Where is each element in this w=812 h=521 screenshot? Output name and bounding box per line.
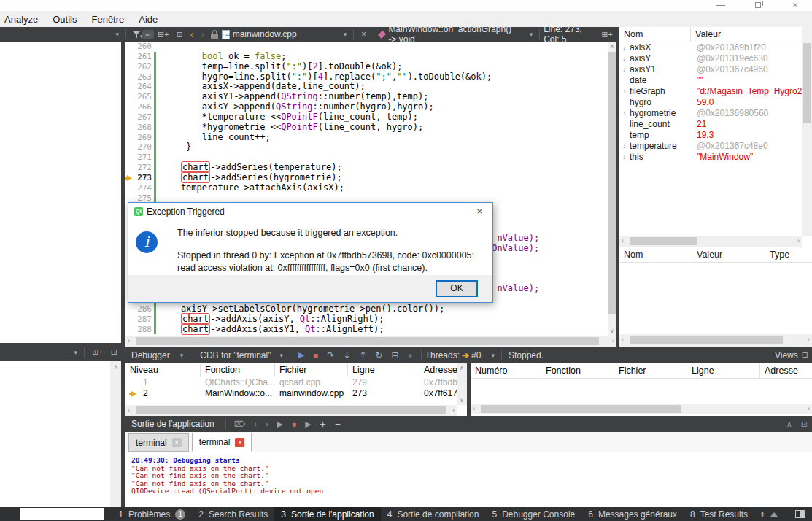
watch-horizontal-scrollbar[interactable]: ‹ › [619, 334, 812, 347]
attach-run-icon[interactable]: ▶ [301, 420, 315, 429]
minimize-icon[interactable]: — [710, 1, 732, 10]
back-icon[interactable]: ‹ [187, 28, 198, 40]
scrollbar-thumb[interactable] [136, 337, 599, 345]
stack-frame-1[interactable]: 1QtCharts::QCha...qchart.cpp2790x7ffbdb5 [125, 377, 467, 388]
stop-debugger-icon[interactable]: ■ [309, 351, 322, 360]
raise-panel-icon[interactable] [770, 512, 778, 517]
document-dropdown-icon[interactable]: ▾ [112, 31, 122, 38]
close-icon[interactable]: × [784, 1, 806, 10]
scrollbar-thumb[interactable] [481, 405, 681, 413]
locals-row-axisX[interactable]: ›axisX@0x201369b1f20 [619, 42, 812, 53]
tab-close-icon[interactable]: × [235, 438, 244, 447]
continue-icon[interactable]: ▶ [294, 350, 309, 360]
code-line-266[interactable]: 266 axisY->append(QString::number(hygro)… [125, 102, 616, 112]
next-item-icon[interactable]: › [261, 420, 273, 428]
column-header-type[interactable]: Type [765, 247, 812, 262]
close-document-icon[interactable]: × [357, 29, 370, 39]
scroll-up-icon[interactable]: ∧ [110, 361, 121, 371]
line-number[interactable]: 288 [125, 325, 152, 335]
editor-vertical-scrollbar[interactable]: ∧ ∨ [608, 42, 616, 336]
application-output-console[interactable]: 20:49:30: Debugging starts"Can not find … [125, 452, 812, 507]
line-number[interactable]: 287 [125, 314, 152, 325]
restart-icon[interactable]: ↻ [371, 350, 387, 360]
column-header-ligne[interactable]: Ligne [348, 363, 419, 377]
filter-icon[interactable]: ▾ [133, 31, 139, 39]
code-line-262[interactable]: 262 temp=line.split(":")[2].toDouble(&ok… [125, 62, 616, 72]
tab-close-icon[interactable]: × [172, 438, 182, 447]
column-header-valeur[interactable]: Valeur [691, 27, 812, 42]
stack-horizontal-scrollbar[interactable]: ‹ › [125, 405, 457, 416]
scroll-right-icon[interactable]: › [808, 336, 810, 343]
output-tab-terminal-1[interactable]: terminal× [192, 433, 252, 452]
expand-icon[interactable]: › [619, 152, 630, 163]
breakpoints-horizontal-scrollbar[interactable]: ‹ › [471, 404, 812, 414]
line-number[interactable]: 274 [125, 183, 152, 193]
statusbar-tab-5[interactable]: 5Debugger Console [485, 507, 581, 521]
locals-horizontal-scrollbar[interactable]: ‹ › [619, 236, 802, 247]
code-line-263[interactable]: 263 hygro=line.split(":")[4].replace(";"… [125, 72, 616, 82]
line-number[interactable]: 261 [125, 52, 152, 62]
column-header-numéro[interactable]: Numéro [471, 363, 541, 378]
document-dropdown-icon[interactable]: ▾ [71, 349, 81, 356]
line-number[interactable]: 269 [125, 133, 152, 143]
locals-row-hygro[interactable]: hygro59.0 [619, 97, 812, 108]
statusbar-tab-4[interactable]: 4Sortie de compilation [381, 507, 486, 521]
column-header-adresse[interactable]: Adresse [760, 363, 812, 378]
code-line-273[interactable]: 273 chart->addSeries(hygrometrie); [125, 173, 616, 183]
column-header-nom[interactable]: Nom [619, 247, 692, 262]
line-number[interactable]: 271 [125, 153, 152, 163]
scroll-right-icon[interactable]: › [612, 337, 614, 344]
menu-aide[interactable]: Aide [131, 14, 165, 25]
forward-icon[interactable]: › [198, 28, 209, 40]
statusbar-tab-3[interactable]: 3Sortie de l'application [274, 507, 380, 521]
scrollbar[interactable]: ∧ [110, 361, 121, 507]
statusbar-tab-6[interactable]: 6Messages généraux [581, 507, 684, 521]
code-line-270[interactable]: 270 } [125, 142, 616, 153]
engine-selector[interactable]: CDB for "terminal" [194, 350, 277, 360]
locals-row-temperature[interactable]: ›temperature@0x201367c48e0 [619, 141, 812, 152]
column-header-ligne[interactable]: Ligne [687, 363, 760, 378]
line-number[interactable]: 272 [125, 163, 152, 173]
split-icon[interactable]: ⊞+ [88, 347, 107, 357]
locals-row-fileGraph[interactable]: ›fileGraph"d:/Magasin_Temp_Hygro2.txt" [619, 86, 812, 97]
line-number[interactable]: 267 [125, 112, 152, 123]
close-panel-icon[interactable]: ⊡ [797, 420, 812, 429]
expand-icon[interactable]: › [619, 42, 630, 53]
scroll-left-icon[interactable]: ‹ [622, 336, 624, 343]
column-header-fichier[interactable]: Fichier [275, 363, 348, 377]
scroll-right-icon[interactable]: › [797, 237, 800, 244]
locals-row-this[interactable]: ›this"MainWindow" [619, 152, 812, 163]
code-line-267[interactable]: 267 *temperature <<QPointF(line_count, t… [125, 112, 616, 123]
code-line-274[interactable]: 274 temperature->attachAxis(axisX); [125, 183, 616, 193]
scroll-up-icon[interactable]: ∧ [457, 363, 467, 371]
scroll-left-icon[interactable]: ‹ [473, 405, 475, 412]
statusbar-tab-8[interactable]: 8Test Results [684, 507, 754, 521]
scroll-left-icon[interactable]: ‹ [622, 237, 624, 244]
line-number[interactable]: 270 [125, 142, 152, 153]
expand-icon[interactable]: › [619, 53, 630, 64]
line-number[interactable]: 260 [125, 42, 152, 52]
zoom-in-icon[interactable]: + [316, 418, 330, 430]
step-out-icon[interactable]: ↥ [355, 350, 371, 360]
output-tab-terminal-0[interactable]: terminal× [128, 433, 189, 452]
scroll-down-icon[interactable]: ∨ [457, 397, 467, 404]
expand-icon[interactable]: › [619, 64, 630, 75]
code-line-261[interactable]: 261 bool ok = false; [125, 52, 616, 62]
column-header-fichier[interactable]: Fichier [614, 363, 687, 378]
maximize-panel-icon[interactable]: ∧ [782, 420, 797, 429]
scrollbar-thumb[interactable] [630, 336, 783, 344]
menu-outils[interactable]: Outils [45, 14, 84, 25]
stop-run-icon[interactable]: ■ [287, 420, 301, 428]
scrollbar[interactable] [802, 27, 812, 236]
close-split-icon[interactable]: ⊡ [107, 347, 121, 357]
locals-row-hygrometrie[interactable]: ›hygrometrie@0x20136980560 [619, 108, 812, 119]
code-line-265[interactable]: 265 axisY1->append(QString::number(temp)… [125, 92, 616, 102]
locals-row-axisY1[interactable]: ›axisY1@0x201367c4960 [619, 64, 812, 75]
dialog-close-icon[interactable]: × [472, 206, 487, 217]
line-number[interactable]: 263 [125, 72, 152, 82]
locals-row-line_count[interactable]: line_count21 [619, 119, 812, 130]
step-over-icon[interactable]: ↷ [322, 350, 339, 360]
views-menu[interactable]: Views [775, 350, 798, 360]
restore-icon[interactable] [748, 1, 770, 10]
line-number[interactable]: 268 [125, 123, 152, 133]
